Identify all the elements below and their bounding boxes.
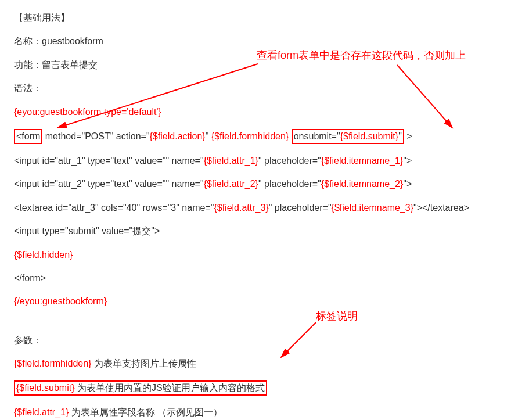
code-var-action: {$field.action} [150,131,206,141]
code-close-tag: {/eyou:guestbookform} [14,295,529,308]
code-text: "> [403,156,412,166]
param-text: 为表单支持图片上传属性 [91,358,196,368]
code-var: {$field.itemname_2} [321,179,403,189]
code-textarea: <textarea id="attr_3" cols="40" rows="3"… [14,202,529,214]
box-param-submit: {$field.submit} 为表单使用内置的JS验证用户输入内容的格式 [14,380,267,396]
param-var: {$field.attr_1} [14,407,69,417]
name-label: 名称： [14,36,42,46]
func-value: 留言表单提交 [42,60,98,70]
code-text: <input id="attr_2" type="text" value="" … [14,179,204,189]
code-hidden: {$field.hidden} [14,249,529,261]
code-form-line: <form method="POST" action="{$field.acti… [14,129,529,144]
param-var: {$field.submit} [16,383,75,393]
section-header: 【基础用法】 [14,12,529,24]
annotation-form-check: 查看form表单中是否存在这段代码，否则加上 [257,48,466,63]
code-input1: <input id="attr_1" type="text" value="" … [14,155,529,167]
code-text: method="POST" action=" [42,131,149,141]
code-var: {$field.attr_1} [204,156,258,166]
annotation-tag-desc: 标签说明 [316,309,358,324]
param-var: {$field.formhidden} [14,358,91,368]
param-text: 为表单属性字段名称 （示例见图一） [69,407,222,417]
param-text: 为表单使用内置的JS验证用户输入内容的格式 [75,383,265,393]
syntax-label: 语法： [14,82,529,95]
code-form-close: </form> [14,272,529,285]
box-form: <form [14,129,42,144]
param-attr1: {$field.attr_1} 为表单属性字段名称 （示例见图一） [14,406,529,419]
params-label: 参数： [14,334,529,347]
code-text: <textarea id="attr_3" cols="40" rows="3"… [14,203,214,213]
code-text: " [398,131,402,141]
code-text: " placeholder=" [269,203,332,213]
code-text: " [206,131,211,141]
func-label: 功能： [14,60,42,70]
code-text: > [404,131,412,141]
code-text: onsubmit=" [294,131,340,141]
param-formhidden: {$field.formhidden} 为表单支持图片上传属性 [14,357,529,370]
code-text: "></textarea> [413,203,469,213]
code-var-submit: {$field.submit} [340,131,399,141]
code-open-tag: {eyou:guestbookform type='default'} [14,106,529,119]
code-text: " placeholder=" [258,156,321,166]
code-text: " placeholder=" [258,179,321,189]
code-submit: <input type="submit" value="提交"> [14,225,529,238]
code-var: {$field.attr_2} [204,179,258,189]
code-text: "> [403,179,412,189]
code-var: {$field.itemname_3} [332,203,413,213]
name-value: guestbookform [42,36,103,46]
param-submit: {$field.submit} 为表单使用内置的JS验证用户输入内容的格式 [14,380,529,396]
name-line: 名称：guestbookform [14,35,529,48]
code-input2: <input id="attr_2" type="text" value="" … [14,178,529,191]
code-var-formhidden: {$field.formhidden} [211,131,289,141]
code-var: {$field.itemname_1} [321,156,403,166]
code-text: <input id="attr_1" type="text" value="" … [14,156,204,166]
box-onsubmit: onsubmit="{$field.submit}" [292,129,404,144]
code-var: {$field.attr_3} [214,203,268,213]
